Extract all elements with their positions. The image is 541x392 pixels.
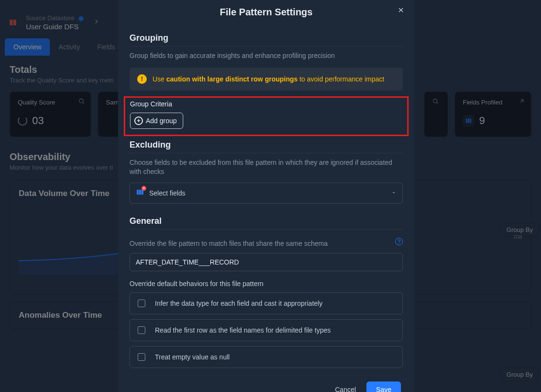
svg-rect-14 (139, 190, 141, 195)
external-link-icon[interactable] (518, 98, 525, 106)
info-icon (78, 16, 84, 22)
general-sub: Override the file pattern to match files… (129, 239, 328, 249)
breadcrumb-label: Source Datastore (26, 14, 74, 22)
svg-rect-10 (470, 118, 471, 123)
checkbox[interactable] (138, 300, 145, 307)
grouping-title: Grouping (129, 33, 403, 43)
exclude-fields-select[interactable]: ✕ Select fields (129, 183, 403, 204)
select-placeholder: Select fields (149, 189, 185, 197)
group-by-button[interactable]: Group By (500, 223, 539, 237)
svg-line-4 (83, 103, 84, 104)
svg-rect-8 (466, 118, 468, 123)
file-pattern-input[interactable] (129, 253, 403, 271)
svg-point-2 (79, 16, 83, 21)
tab-overview[interactable]: Overview (5, 38, 50, 56)
file-pattern-settings-modal: File Pattern Settings Grouping Group fie… (118, 0, 414, 392)
svg-rect-13 (137, 190, 139, 195)
option-label: Treat empty value as null (155, 353, 230, 361)
columns-icon: ✕ (136, 188, 144, 198)
option-treat-empty-null[interactable]: Treat empty value as null (129, 346, 403, 368)
breadcrumb-title: User Guide DFS (26, 23, 84, 31)
behaviors-label: Override default behaviors for this file… (129, 280, 403, 288)
grouping-sub: Group fields to gain accurate insights a… (129, 51, 403, 61)
svg-point-3 (79, 99, 83, 103)
general-title: General (129, 216, 403, 226)
svg-rect-0 (10, 20, 12, 25)
datastore-icon (5, 14, 21, 31)
breadcrumb-item[interactable]: Source Datastore User Guide DFS (26, 14, 84, 31)
svg-rect-9 (468, 118, 470, 123)
plus-circle-icon: + (134, 116, 143, 125)
close-button[interactable] (396, 5, 406, 15)
columns-icon (463, 115, 474, 127)
option-label: Infer the data type for each field and c… (155, 300, 322, 307)
warning-alert: ! Use caution with large distinct row gr… (129, 68, 403, 91)
card-fields-profiled[interactable]: Fields Profiled 9 (455, 92, 531, 137)
spinner-icon (18, 116, 27, 126)
option-label: Read the first row as the field names fo… (155, 326, 331, 334)
option-first-row-field-names[interactable]: Read the first row as the field names fo… (129, 319, 403, 341)
svg-point-5 (433, 99, 437, 103)
svg-line-7 (520, 100, 523, 103)
card-label: Quality Score (18, 99, 83, 106)
excluding-title: Excluding (129, 140, 403, 150)
card-label: Fields Profiled (463, 99, 523, 106)
add-group-button[interactable]: + Add group (130, 113, 183, 129)
chevron-right-icon (93, 18, 100, 27)
checkbox[interactable] (138, 353, 145, 361)
warning-text: Use caution with large distinct row grou… (153, 75, 384, 83)
card-unknown[interactable] (424, 92, 448, 137)
warning-icon: ! (137, 74, 147, 84)
modal-title: File Pattern Settings (220, 7, 312, 18)
tab-activity[interactable]: Activity (50, 38, 88, 56)
card-value: 9 (479, 115, 485, 127)
add-group-label: Add group (146, 117, 177, 125)
card-quality-score[interactable]: Quality Score 03 (10, 92, 91, 137)
card-label: Sam (106, 99, 119, 106)
svg-rect-1 (13, 20, 16, 25)
option-infer-data-type[interactable]: Infer the data type for each field and c… (129, 292, 403, 314)
svg-line-6 (437, 103, 438, 104)
close-icon (398, 7, 404, 13)
group-by-button[interactable]: Group By (500, 368, 539, 381)
checkbox[interactable] (138, 326, 145, 334)
group-criteria-highlight: Group Criteria + Add group (124, 96, 409, 136)
group-criteria-label: Group Criteria (130, 100, 402, 108)
excluding-sub: Choose fields to be excluded from this f… (129, 158, 403, 177)
help-icon[interactable]: ? (395, 238, 403, 245)
search-icon[interactable] (78, 98, 85, 106)
search-icon[interactable] (432, 98, 439, 106)
card-value: 03 (32, 115, 44, 127)
chevron-down-icon (391, 189, 397, 197)
cancel-button[interactable]: Cancel (335, 386, 356, 392)
save-button[interactable]: Save (366, 381, 401, 392)
